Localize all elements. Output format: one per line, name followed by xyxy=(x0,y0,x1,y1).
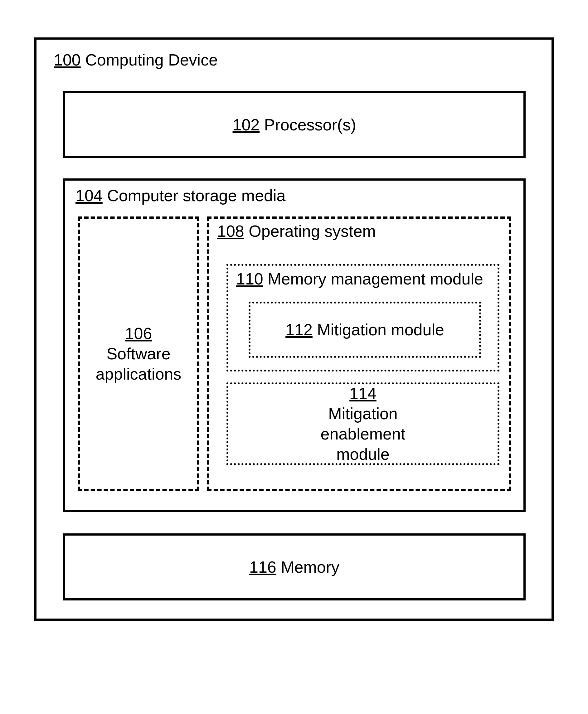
block-name: Computing Device xyxy=(85,51,218,69)
mitigation-module-label: 112 Mitigation module xyxy=(286,320,444,339)
block-name: Computer storage media xyxy=(107,187,286,205)
ref-number: 114 xyxy=(349,384,377,402)
memory-management-module-label: 110 Memory management module xyxy=(236,270,483,288)
software-applications-box: 106 Software applications xyxy=(78,216,199,491)
ref-number: 104 xyxy=(76,187,103,205)
memory-label: 116 Memory xyxy=(249,558,339,576)
storage-label: 104 Computer storage media xyxy=(76,186,286,205)
block-name: Memory management module xyxy=(268,270,483,288)
block-name: Mitigation enablement module xyxy=(321,404,405,463)
ref-number: 116 xyxy=(249,558,276,576)
ref-number: 112 xyxy=(286,321,313,339)
ref-number: 106 xyxy=(125,324,152,342)
memory-management-module-box: 110 Memory management module 112 Mitigat… xyxy=(227,264,499,372)
processor-box: 102 Processor(s) xyxy=(63,91,526,158)
storage-media-box: 104 Computer storage media 106 Software … xyxy=(63,178,526,512)
mitigation-module-box: 112 Mitigation module xyxy=(249,302,481,358)
mitigation-enablement-module-label: 114 Mitigation enablement module xyxy=(296,383,430,464)
ref-number: 108 xyxy=(217,222,244,240)
memory-box: 116 Memory xyxy=(63,533,526,601)
block-name: Processor(s) xyxy=(264,116,356,134)
ref-number: 110 xyxy=(236,270,263,288)
block-name: Software applications xyxy=(96,345,182,383)
block-name: Memory xyxy=(281,558,339,576)
computing-device-label: 100 Computing Device xyxy=(54,50,218,69)
block-name: Mitigation module xyxy=(317,321,444,339)
block-name: Operating system xyxy=(249,222,376,240)
diagram-page: 100 Computing Device 102 Processor(s) 10… xyxy=(34,38,554,676)
ref-number: 100 xyxy=(54,51,81,69)
operating-system-label: 108 Operating system xyxy=(217,222,376,240)
mitigation-enablement-module-box: 114 Mitigation enablement module xyxy=(227,382,499,465)
ref-number: 102 xyxy=(233,116,260,134)
processor-label: 102 Processor(s) xyxy=(233,115,356,134)
operating-system-box: 108 Operating system 110 Memory manageme… xyxy=(207,216,511,491)
software-applications-label: 106 Software applications xyxy=(96,323,182,384)
computing-device-box: 100 Computing Device 102 Processor(s) 10… xyxy=(34,38,554,621)
